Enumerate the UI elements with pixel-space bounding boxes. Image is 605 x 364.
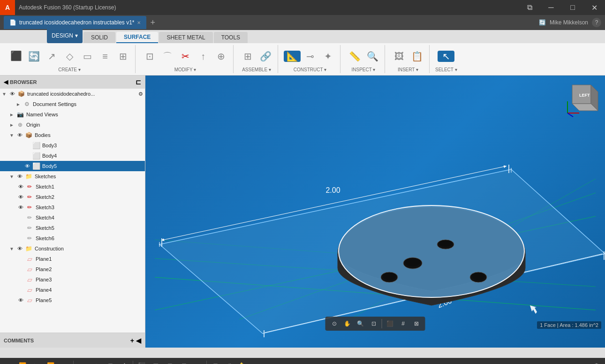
tree-sketch2-eye[interactable]: 👁 bbox=[17, 193, 24, 201]
tree-sketches-arrow[interactable] bbox=[9, 174, 16, 179]
create-revolve-btn[interactable]: 🔄 bbox=[25, 51, 42, 62]
inspect-measure-btn[interactable]: 📏 bbox=[346, 51, 363, 62]
create-extrude-btn[interactable]: ⬛ bbox=[8, 50, 24, 62]
component-btn[interactable]: ⊞ bbox=[104, 359, 117, 364]
tree-item-plane5[interactable]: 👁 ▱ Plane5 bbox=[0, 295, 145, 305]
active-tab[interactable]: 📄 truncated icosidodecahedron instructab… bbox=[4, 16, 146, 29]
close-button[interactable]: ✕ bbox=[583, 0, 605, 15]
browser-pin-icon[interactable]: ⊏ bbox=[136, 78, 141, 86]
tree-bodies-eye[interactable]: 👁 bbox=[16, 131, 23, 139]
tab-add-button[interactable]: + bbox=[150, 18, 155, 28]
create-rule-surface-btn[interactable]: ≡ bbox=[97, 51, 113, 62]
modify-fillet-btn[interactable]: ⌒ bbox=[159, 51, 176, 62]
view-mode-btn2[interactable]: ◫ bbox=[149, 359, 162, 364]
create-sweep-btn[interactable]: ↗ bbox=[43, 51, 60, 62]
insert-decal-btn[interactable]: 🖼 bbox=[391, 51, 408, 62]
tree-item-construction[interactable]: 👁 📁 Construction bbox=[0, 243, 145, 254]
tree-sketch1-eye[interactable]: 👁 bbox=[17, 183, 24, 190]
select-btn[interactable]: ↖ bbox=[438, 51, 454, 62]
ribbon-tab-solid[interactable]: SOLID bbox=[83, 32, 115, 43]
tree-root-eye[interactable]: 👁 bbox=[8, 90, 16, 98]
modify-stitch-btn[interactable]: ⊕ bbox=[212, 51, 229, 62]
tree-item-bodies[interactable]: 👁 📦 Bodies bbox=[0, 130, 145, 140]
tree-item-plane1[interactable]: 👁 ▱ Plane1 bbox=[0, 254, 145, 264]
viewport[interactable]: 2.00 2.00 bbox=[145, 76, 605, 348]
ribbon-tab-surface[interactable]: SURFACE bbox=[116, 32, 158, 43]
vp-orbit-btn[interactable]: ⊙ bbox=[328, 318, 340, 330]
minimize-button[interactable]: ─ bbox=[540, 0, 562, 15]
create-loft-btn[interactable]: ◇ bbox=[61, 51, 78, 62]
playback-next-btn[interactable]: ⏩ bbox=[44, 359, 57, 364]
select-mode-btn[interactable]: ↖ bbox=[76, 359, 89, 364]
tree-item-sketch4[interactable]: 👁 ✏ Sketch4 bbox=[0, 212, 145, 223]
tree-origin-arrow[interactable] bbox=[9, 122, 16, 128]
grid-btn2[interactable]: # bbox=[223, 359, 236, 364]
tree-named-views-arrow[interactable] bbox=[9, 112, 16, 117]
restore-button[interactable]: ⧉ bbox=[519, 0, 540, 15]
design-dropdown[interactable]: DESIGN ▾ bbox=[47, 28, 83, 43]
vp-zoom-btn[interactable]: 🔍 bbox=[355, 318, 367, 330]
tree-item-named-views[interactable]: 📷 Named Views bbox=[0, 109, 145, 120]
construct-plane-btn[interactable]: 📐 bbox=[284, 51, 301, 62]
tree-item-plane4[interactable]: 👁 ▱ Plane4 bbox=[0, 285, 145, 295]
navigation-cube[interactable]: LEFT bbox=[563, 80, 600, 118]
tree-plane5-eye[interactable]: 👁 bbox=[17, 296, 24, 304]
tree-body5-eye[interactable]: 👁 bbox=[23, 162, 31, 170]
tree-item-body4[interactable]: 👁 ⬜ Body4 bbox=[0, 151, 145, 161]
move-btn[interactable]: ✛ bbox=[118, 359, 131, 364]
modify-trim-btn[interactable]: ✂ bbox=[177, 51, 194, 62]
ribbon-tab-tools[interactable]: TOOLS bbox=[214, 32, 248, 43]
sketch-mode-btn[interactable]: ◇ bbox=[90, 359, 103, 364]
tree-item-sketch5[interactable]: 👁 ✏ Sketch5 bbox=[0, 223, 145, 233]
view-mode-btn5[interactable]: ▭ bbox=[191, 359, 204, 364]
tree-item-sketch3[interactable]: 👁 ✏ Sketch3 bbox=[0, 202, 145, 212]
tree-sketches-eye[interactable]: 👁 bbox=[16, 173, 23, 180]
playback-play-btn[interactable]: ▶ bbox=[30, 359, 43, 364]
assemble-joint-btn[interactable]: 🔗 bbox=[257, 51, 274, 62]
settings-btn[interactable]: ⚙ bbox=[590, 359, 603, 364]
modify-extend-btn[interactable]: ↑ bbox=[195, 51, 212, 62]
tree-construction-eye[interactable]: 👁 bbox=[16, 245, 23, 252]
view-mode-btn1[interactable]: ⬛ bbox=[135, 359, 148, 364]
modify-press-pull-btn[interactable]: ⊡ bbox=[141, 51, 158, 62]
tree-item-origin[interactable]: ⊕ Origin bbox=[0, 120, 145, 130]
tree-item-doc-settings[interactable]: ⚙ Document Settings bbox=[0, 99, 145, 109]
ribbon-tab-sheet-metal[interactable]: SHEET METAL bbox=[159, 32, 212, 43]
tree-item-body3[interactable]: 👁 ⬜ Body3 bbox=[0, 140, 145, 151]
tree-root-settings[interactable]: ⚙ bbox=[138, 91, 143, 97]
tree-item-plane2[interactable]: 👁 ▱ Plane2 bbox=[0, 264, 145, 274]
tree-bodies-arrow[interactable] bbox=[9, 133, 16, 138]
assemble-new-component-btn[interactable]: ⊞ bbox=[239, 51, 256, 62]
vp-grid-btn[interactable]: # bbox=[397, 318, 409, 330]
tree-doc-settings-expand[interactable] bbox=[16, 102, 23, 107]
construct-point-btn[interactable]: ✦ bbox=[319, 51, 336, 62]
construct-axis-btn[interactable]: ⊸ bbox=[302, 51, 318, 62]
playback-first-btn[interactable]: ⏮ bbox=[2, 359, 15, 364]
comments-panel[interactable]: COMMENTS + ◀ bbox=[0, 333, 145, 348]
view-mode-btn3[interactable]: ⊡ bbox=[163, 359, 176, 364]
create-offset-btn[interactable]: ⊞ bbox=[114, 51, 131, 62]
tree-item-sketches[interactable]: 👁 📁 Sketches bbox=[0, 171, 145, 182]
update-icon[interactable]: 🔄 bbox=[539, 19, 546, 26]
playback-prev-btn[interactable]: ⏪ bbox=[16, 359, 29, 364]
tree-construction-arrow[interactable] bbox=[9, 246, 16, 251]
measure-btn2[interactable]: 📏 bbox=[237, 359, 250, 364]
vp-snap-btn[interactable]: ⊠ bbox=[410, 318, 423, 330]
tree-sketch3-eye[interactable]: 👁 bbox=[17, 204, 24, 211]
tree-root[interactable]: 👁 📦 truncated icosidodecahedro... ⚙ bbox=[0, 89, 145, 99]
vp-pan-btn[interactable]: ✋ bbox=[341, 318, 354, 330]
comments-collapse-icon[interactable]: ◀ bbox=[136, 337, 141, 344]
maximize-button[interactable]: □ bbox=[562, 0, 583, 15]
playback-last-btn[interactable]: ⏭ bbox=[58, 359, 71, 364]
tree-item-sketch2[interactable]: 👁 ✏ Sketch2 bbox=[0, 192, 145, 202]
snap-btn2[interactable]: ⊡ bbox=[209, 359, 222, 364]
tab-close-button[interactable]: ✕ bbox=[137, 20, 141, 25]
tree-item-sketch6[interactable]: 👁 ✏ Sketch6 bbox=[0, 233, 145, 243]
vp-fit-btn[interactable]: ⊡ bbox=[368, 318, 380, 330]
tree-item-sketch1[interactable]: 👁 ✏ Sketch1 bbox=[0, 182, 145, 192]
help-button[interactable]: ? bbox=[592, 18, 601, 27]
inspect-section-analysis-btn[interactable]: 🔍 bbox=[364, 51, 381, 62]
view-mode-btn4[interactable]: ⊞ bbox=[177, 359, 190, 364]
create-patch-btn[interactable]: ▭ bbox=[79, 51, 96, 62]
tree-item-plane3[interactable]: 👁 ▱ Plane3 bbox=[0, 274, 145, 285]
